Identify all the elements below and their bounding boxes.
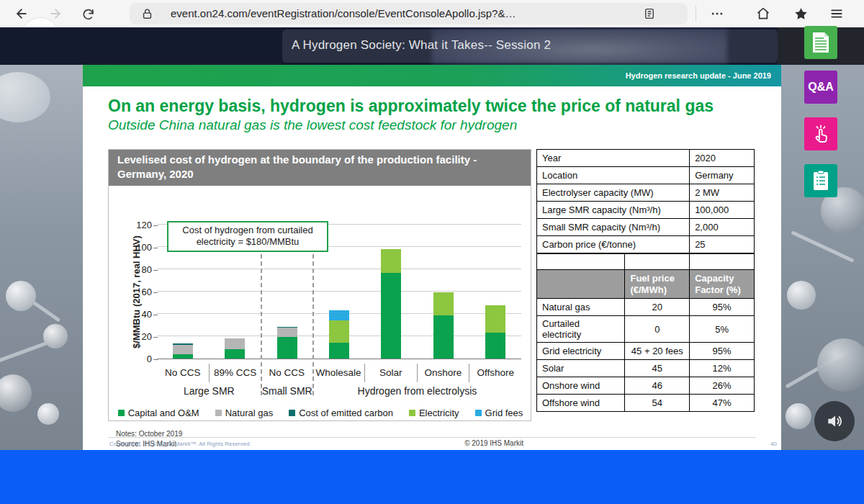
confidential-footer: Confidential. © 2019 IHS Markit™. All Ri… (109, 441, 251, 447)
segment-capital-and-o-m (277, 337, 297, 359)
price-value: 26% (690, 377, 755, 395)
slide-title: On an energy basis, hydrogen is approxim… (108, 96, 763, 116)
info-label: Carbon price (€/tonne) (537, 236, 690, 253)
info-value: 2,000 (690, 219, 755, 236)
y-tick-label: 100 (127, 242, 152, 253)
legend-label: Cost of emitted carbon (299, 408, 393, 418)
webinar-title: A Hydrogen Society: What it Takes-- Sess… (292, 38, 551, 53)
legend-item: Cost of emitted carbon (289, 408, 393, 418)
x-label: Onshore (417, 364, 469, 382)
stacked-bar-offshore (485, 305, 505, 359)
legend-item: Capital and O&M (118, 408, 199, 418)
stacked-bar-no-ccs (173, 343, 193, 359)
segment-electricity (433, 292, 454, 316)
background-molecules-left (0, 65, 83, 450)
toolbar-separator (696, 6, 696, 22)
segment-capital-and-o-m (225, 349, 245, 359)
info-value: Germany (690, 167, 755, 184)
segment-natural-gas (173, 345, 193, 354)
stacked-bar-no-ccs (277, 327, 297, 359)
x-label: No CCS (157, 364, 209, 382)
price-row-label: Grid electricity (537, 343, 625, 360)
price-value: 45 + 20 fees (625, 343, 690, 360)
x-label: No CCS (261, 364, 312, 382)
x-axis-groups: Large SMRSmall SMRHydrogen from electrol… (157, 382, 521, 400)
survey-button[interactable] (804, 164, 837, 197)
qa-button[interactable]: Q&A (804, 71, 837, 104)
price-header (537, 270, 625, 299)
reader-view-icon[interactable] (641, 5, 658, 22)
bookmark-star-icon[interactable] (792, 5, 809, 22)
segment-capital-and-o-m (173, 354, 193, 359)
price-table-row: Offshore wind5447% (537, 395, 755, 412)
legend-swatch (409, 410, 415, 416)
home-icon[interactable] (755, 5, 772, 22)
slide-banner: Hydrogen research update - June 2019 (83, 65, 781, 86)
legend-item: Electricity (409, 408, 459, 418)
legend-item: Grid fees (475, 408, 523, 418)
price-value: 95% (690, 343, 755, 360)
browser-toolbar: event.on24.com/eventRegistration/console… (0, 0, 864, 27)
y-tick-label: 20 (127, 331, 152, 342)
segment-capital-and-o-m (433, 315, 454, 359)
group-label: Small SMR (261, 382, 313, 400)
more-menu-icon[interactable] (708, 5, 726, 22)
chart-plot-area: Cost of hydrogen from curtailed electric… (157, 225, 521, 359)
slide-footer-divider (108, 437, 756, 438)
reload-icon[interactable] (79, 5, 96, 22)
raise-hand-button[interactable] (804, 117, 837, 150)
legend-swatch (215, 410, 222, 416)
info-value: 25 (690, 236, 755, 253)
price-table-row: Grid electricity45 + 20 fees95% (537, 343, 755, 360)
price-header: Fuel price (€/MWh) (625, 270, 690, 299)
y-tick-label: 60 (127, 287, 152, 297)
info-table-row: Carbon price (€/tonne)25 (537, 236, 755, 253)
price-row-label: Curtailed electricity (537, 316, 625, 343)
info-value: 100,000 (690, 202, 755, 219)
info-table-row: Year2020 (537, 150, 755, 167)
clipboard-icon (811, 170, 830, 192)
address-bar[interactable]: event.on24.com/eventRegistration/console… (130, 3, 688, 24)
slides-resources-button[interactable] (804, 26, 837, 59)
y-tick-label: 80 (127, 264, 152, 275)
price-table-row: Onshore wind4626% (537, 377, 755, 395)
price-value: 46 (625, 377, 690, 395)
bar-slot-7 (469, 225, 521, 359)
price-table-header-row: Fuel price (€/MWh)Capacity Factor (%) (537, 270, 755, 299)
price-table-row: Natural gas2095% (537, 299, 755, 316)
legend-label: Electricity (419, 408, 459, 418)
back-icon[interactable] (13, 5, 30, 22)
price-value: 47% (690, 395, 755, 412)
y-tick-label: 0 (127, 354, 152, 364)
audio-mute-button[interactable] (814, 401, 855, 441)
annotation-box: Cost of hydrogen from curtailed electric… (167, 221, 328, 252)
lock-icon (138, 5, 156, 22)
video-title-strip: A Hydrogen Society: What it Takes-- Sess… (0, 27, 778, 65)
price-value: 12% (690, 360, 755, 377)
price-value: 54 (625, 395, 690, 412)
segment-grid-fees (329, 310, 349, 320)
stacked-bar-wholesale (329, 310, 349, 359)
legend-label: Grid fees (485, 408, 523, 418)
stacked-bar-89-ccs (225, 338, 245, 359)
price-row-label: Offshore wind (537, 395, 625, 412)
price-row-label: Solar (537, 360, 625, 377)
chart-body: $/MMBtu (2017, real HHV) 020406080100120… (109, 186, 531, 422)
chart-legend: Capital and O&MNatural gasCost of emitte… (114, 408, 526, 418)
info-table-row: LocationGermany (537, 167, 755, 184)
info-label: Large SMR capacity (Nm³/h) (537, 202, 690, 219)
stacked-bar-onshore (433, 292, 454, 359)
spacer-cell (690, 254, 755, 270)
price-row-label: Natural gas (537, 299, 625, 316)
qa-label: Q&A (808, 81, 834, 94)
x-axis-labels: No CCS89% CCSNo CCSWholesaleSolarOnshore… (157, 364, 521, 382)
info-table: Year2020LocationGermanyElectrolyser capa… (536, 149, 755, 253)
stacked-bar-solar (381, 249, 401, 359)
hamburger-menu-icon[interactable] (828, 5, 845, 22)
slide-subtitle: Outside China natural gas is the lowest … (108, 117, 756, 133)
group-label: Hydrogen from electrolysis (313, 382, 521, 400)
segment-natural-gas (277, 328, 297, 336)
legend-label: Capital and O&M (128, 408, 199, 418)
chart-figure: Levelised cost of hydrogen at the bounda… (108, 149, 531, 421)
hand-click-icon (811, 124, 831, 144)
